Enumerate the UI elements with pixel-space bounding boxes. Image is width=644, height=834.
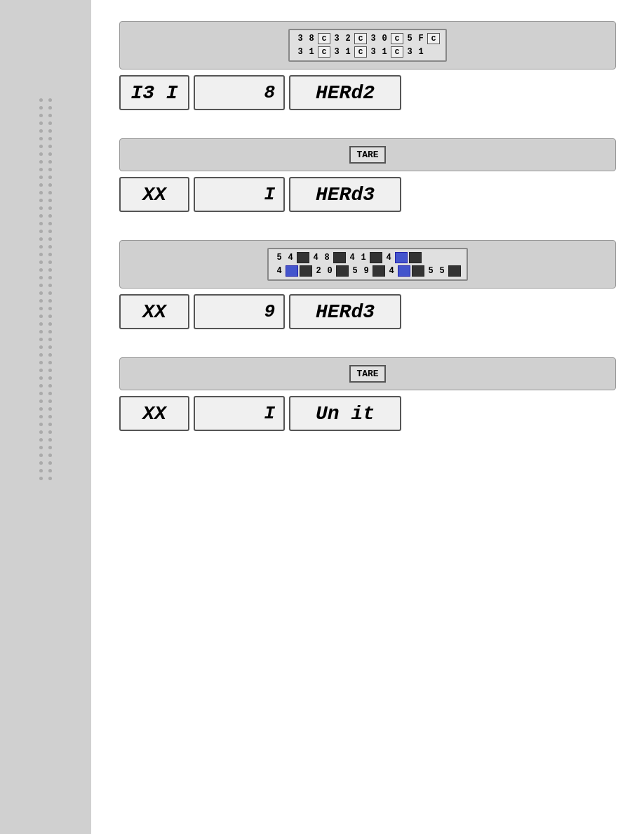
- section-3: 5 4 4 8 4 1 4 E 4 B: [119, 240, 616, 329]
- dots-panel: [14, 98, 77, 730]
- dot: [48, 345, 52, 349]
- section4-mode-box: Un it: [289, 396, 401, 431]
- section4-label: XX: [142, 403, 166, 425]
- dot-row: [14, 430, 77, 434]
- dot: [48, 469, 52, 472]
- dot: [48, 446, 52, 449]
- section-4: TARE XX I Un it: [119, 357, 616, 431]
- cell-C6: C: [354, 46, 367, 58]
- dot: [48, 361, 52, 364]
- dot: [39, 253, 43, 256]
- dot: [48, 214, 52, 218]
- main-content: 3 8 C 3 2 C 3 0 C 5 F C 3 1 C: [91, 0, 644, 834]
- section1-value-row: I3 I 8 HERd2: [119, 75, 616, 110]
- section1-label: I3 I: [130, 82, 177, 104]
- dot-row: [14, 399, 77, 403]
- dot: [48, 260, 52, 264]
- section3-value-box: 9: [194, 294, 285, 329]
- section1-inner-display: 3 8 C 3 2 C 3 0 C 5 F C 3 1 C: [288, 29, 447, 62]
- dot-row: [14, 152, 77, 156]
- dot: [48, 137, 52, 140]
- s3-c1: 5: [274, 253, 284, 263]
- s3-c2: 4: [286, 253, 295, 263]
- cell-F: F: [416, 34, 426, 44]
- dot: [48, 145, 52, 148]
- dot-row: [14, 315, 77, 318]
- s3-c3: [297, 252, 309, 263]
- s3-r2c7: 5: [350, 266, 360, 276]
- s3-r2c4: 2: [314, 266, 323, 276]
- dot: [48, 152, 52, 156]
- dot: [48, 168, 52, 171]
- dot: [48, 230, 52, 233]
- section2-tare-panel: TARE: [119, 138, 616, 171]
- dot: [39, 291, 43, 295]
- dot-row: [14, 114, 77, 117]
- dot: [48, 276, 52, 279]
- dot: [48, 176, 52, 179]
- dot: [39, 176, 43, 179]
- dot: [39, 477, 43, 480]
- section4-tare-button[interactable]: TARE: [349, 365, 385, 383]
- section2-tare-button[interactable]: TARE: [349, 146, 385, 164]
- dot: [39, 245, 43, 249]
- s3-c11: E: [395, 252, 408, 263]
- dot-row: [14, 338, 77, 341]
- section4-label-box: XX: [119, 396, 189, 431]
- dot: [39, 168, 43, 171]
- dot: [48, 338, 52, 341]
- dot-row: [14, 438, 77, 442]
- dot: [39, 307, 43, 310]
- dot-row: [14, 284, 77, 287]
- dot-row: [14, 245, 77, 249]
- dot: [39, 114, 43, 117]
- dot: [48, 407, 52, 411]
- dot-row: [14, 376, 77, 380]
- s3-c7: 4: [347, 253, 357, 263]
- cell-0: 0: [380, 34, 389, 44]
- dot-row: [14, 253, 77, 256]
- dot: [39, 206, 43, 210]
- section3-label: XX: [142, 301, 166, 323]
- dot: [39, 137, 43, 140]
- dot: [39, 214, 43, 218]
- dot: [39, 299, 43, 303]
- section2-value-box: I: [194, 177, 285, 212]
- dot: [48, 268, 52, 272]
- dot: [39, 322, 43, 326]
- dot-row: [14, 276, 77, 279]
- dot-row: [14, 469, 77, 472]
- dot: [48, 322, 52, 326]
- dot: [48, 438, 52, 442]
- dot: [39, 423, 43, 426]
- s3-c5: 8: [322, 253, 332, 263]
- dot: [48, 392, 52, 395]
- dot: [39, 469, 43, 472]
- dot: [48, 183, 52, 187]
- s3-c6: [333, 252, 346, 263]
- dot-row: [14, 361, 77, 364]
- dot-row: [14, 260, 77, 264]
- dot-row: [14, 268, 77, 272]
- dot: [48, 330, 52, 333]
- sidebar: [0, 0, 91, 834]
- dot-row: [14, 322, 77, 326]
- dot-row: [14, 129, 77, 133]
- cell-2: 2: [343, 34, 353, 44]
- section4-value-row: XX I Un it: [119, 396, 616, 431]
- dot: [48, 454, 52, 457]
- dot: [39, 330, 43, 333]
- section1-value-box: 8: [194, 75, 285, 110]
- cell-1b: 1: [343, 47, 353, 57]
- dot: [48, 353, 52, 357]
- dot: [39, 222, 43, 225]
- dot: [39, 446, 43, 449]
- section3-mode-box: HERd3: [289, 294, 401, 329]
- cell-3f: 3: [368, 47, 378, 57]
- dot: [39, 415, 43, 418]
- dot: [48, 237, 52, 241]
- dot: [48, 299, 52, 303]
- dot: [48, 222, 52, 225]
- dot-row: [14, 330, 77, 333]
- s3-r2c9: [373, 265, 385, 277]
